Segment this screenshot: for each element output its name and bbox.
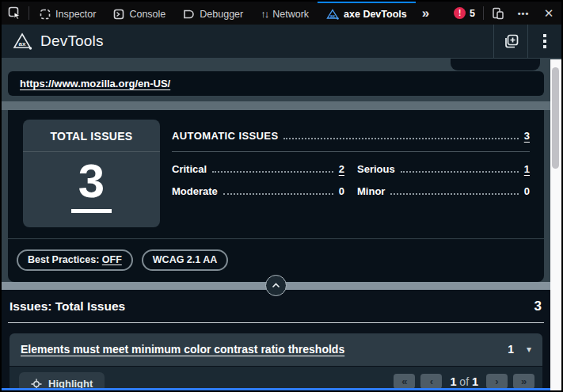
kebab-menu-icon (542, 33, 547, 49)
total-issues-value[interactable]: 3 (71, 155, 112, 213)
moderate-value: 0 (339, 185, 344, 197)
caret-down-icon: ▾ (527, 344, 531, 355)
devtools-tabbar: Inspector Console Debugger ↑↓ Network ax (2, 2, 561, 25)
issues-total-count: 3 (534, 299, 542, 314)
responsive-design-mode-button[interactable] (485, 2, 511, 25)
severity-grid: Critical 2 Serious 1 Moderate (172, 163, 530, 197)
severity-row-serious: Serious 1 (357, 163, 530, 175)
critical-value[interactable]: 2 (339, 163, 344, 175)
vertical-scrollbar-thumb[interactable] (552, 67, 559, 169)
devtools-menu-button[interactable]: ••• (511, 2, 536, 25)
console-icon (113, 9, 124, 20)
error-count: 5 (470, 8, 475, 19)
issue-accordion-body: Highlight « ‹ 1 of 1 › » (10, 367, 542, 390)
serious-label: Serious (357, 163, 395, 175)
close-devtools-button[interactable]: ✕ (536, 2, 561, 25)
severity-row-critical: Critical 2 (172, 163, 344, 175)
minor-label: Minor (357, 185, 385, 197)
vertical-scrollbar-track[interactable] (550, 59, 561, 390)
pagination-total: 1 (472, 375, 478, 388)
total-issues-card: TOTAL ISSUES 3 (23, 120, 160, 227)
tabbar-spacer (436, 2, 447, 25)
best-practices-badge[interactable]: Best Practices: OFF (17, 249, 133, 271)
automatic-issues-value[interactable]: 3 (524, 130, 530, 142)
svg-text:ax: ax (330, 13, 336, 17)
tab-network[interactable]: ↑↓ Network (252, 2, 318, 25)
error-icon: ! (454, 7, 466, 19)
tabbar-separator (29, 6, 29, 20)
tab-inspector[interactable]: Inspector (31, 2, 105, 25)
scanned-url-bar: https://www.mozilla.org/en-US/ (8, 71, 544, 96)
tab-axe-devtools[interactable]: ax axe DevTools (318, 2, 416, 25)
dotted-leader (401, 171, 519, 173)
axe-tab-icon: ax (326, 9, 339, 20)
new-scan-button[interactable] (493, 25, 527, 58)
scroll-area: https://www.mozilla.org/en-US/ TOTAL ISS… (2, 59, 550, 390)
wcag-badge[interactable]: WCAG 2.1 AA (142, 249, 229, 271)
pagination-status: 1 of 1 (450, 375, 478, 388)
issues-section: Issues: Total Issues 3 Elements must mee… (2, 290, 550, 390)
issues-heading: Issues: Total Issues (10, 299, 125, 314)
tab-label: Network (272, 9, 309, 20)
pagination-next-button[interactable]: › (486, 374, 508, 389)
window-bottom-accent (2, 388, 550, 390)
section-divider-band (2, 101, 550, 110)
pick-element-icon (8, 6, 21, 20)
devtools-window: Inspector Console Debugger ↑↓ Network ax (2, 2, 561, 390)
dotted-leader (283, 138, 518, 139)
breakdown-divider (172, 151, 530, 152)
total-issues-label: TOTAL ISSUES (23, 120, 160, 152)
issue-count: 1 (508, 343, 514, 356)
tab-console[interactable]: Console (105, 2, 174, 25)
dotted-leader (223, 193, 333, 195)
best-practices-state: OFF (102, 254, 122, 265)
severity-row-moderate: Moderate 0 (172, 185, 344, 197)
tab-label: Debugger (200, 9, 243, 20)
pagination-prev-button[interactable]: ‹ (420, 374, 442, 389)
tab-overflow-button[interactable]: » (416, 2, 436, 25)
debugger-icon (183, 9, 195, 20)
network-icon: ↑↓ (261, 8, 268, 20)
issue-accordion-header[interactable]: Elements must meet minimum color contras… (10, 333, 542, 366)
issue-pagination: « ‹ 1 of 1 › » (394, 372, 534, 389)
pick-element-button[interactable] (2, 2, 27, 25)
close-icon: ✕ (544, 6, 554, 21)
pagination-first-button[interactable]: « (394, 374, 415, 389)
new-scan-icon (503, 33, 519, 50)
axe-panel-content: https://www.mozilla.org/en-US/ TOTAL ISS… (2, 59, 561, 390)
dotted-leader (390, 193, 518, 195)
collapse-divider-band (2, 282, 550, 290)
best-practices-prefix: Best Practices: (28, 254, 102, 265)
axe-options-button[interactable] (527, 25, 561, 58)
collapse-summary-button[interactable] (265, 275, 287, 296)
meatball-icon: ••• (518, 9, 530, 18)
issues-heading-divider (8, 322, 544, 323)
pagination-current: 1 (450, 375, 456, 388)
tabbar-separator (483, 6, 484, 20)
wcag-label: WCAG 2.1 AA (153, 254, 218, 265)
axe-logo-icon: ax (12, 32, 33, 51)
issue-title-link[interactable]: Elements must meet minimum color contras… (21, 343, 500, 356)
error-count-button[interactable]: ! 5 (447, 2, 481, 25)
automatic-issues-row: AUTOMATIC ISSUES 3 (172, 130, 530, 142)
serious-value[interactable]: 1 (524, 163, 530, 175)
moderate-label: Moderate (172, 185, 218, 197)
svg-text:ax: ax (19, 40, 26, 48)
responsive-design-icon (492, 7, 504, 20)
tab-debugger[interactable]: Debugger (174, 2, 252, 25)
clipped-scrolled-element (451, 59, 540, 70)
tab-label: Console (129, 9, 165, 20)
chevron-up-icon (272, 283, 280, 288)
inspector-icon (40, 9, 51, 20)
tab-label: Inspector (55, 9, 96, 20)
severity-row-minor: Minor 0 (357, 185, 530, 197)
tab-label: axe DevTools (344, 9, 407, 20)
critical-label: Critical (172, 163, 207, 175)
dotted-leader (212, 171, 333, 173)
minor-value: 0 (524, 185, 530, 197)
summary-panel: TOTAL ISSUES 3 AUTOMATIC ISSUES 3 Criti (8, 110, 544, 282)
pagination-last-button[interactable]: » (513, 374, 534, 389)
scanned-url-link[interactable]: https://www.mozilla.org/en-US/ (20, 78, 170, 89)
axe-header-title: DevTools (40, 32, 104, 50)
issues-breakdown: AUTOMATIC ISSUES 3 Critical 2 (172, 130, 530, 197)
